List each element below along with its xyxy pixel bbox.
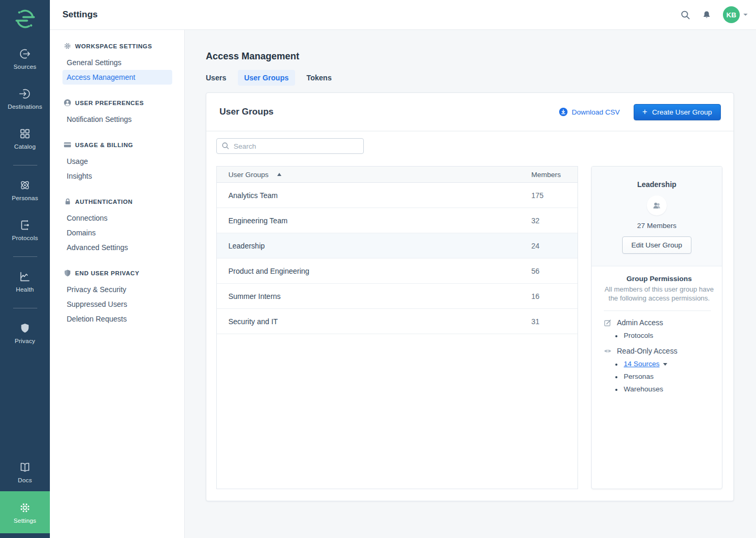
search-input[interactable]: [216, 138, 364, 154]
settings-nav-item-general-settings[interactable]: General Settings: [62, 55, 172, 70]
read-only-item-14-sources[interactable]: 14 Sources: [615, 360, 715, 368]
members-cell: 175: [531, 191, 566, 200]
settings-section-end-user-privacy: END USER PRIVACYPrivacy & SecuritySuppre…: [50, 269, 184, 326]
page-title: Access Management: [206, 51, 734, 62]
global-nav-item-sources[interactable]: Sources: [0, 47, 50, 70]
settings-nav-item-advanced-settings[interactable]: Advanced Settings: [62, 240, 172, 255]
credit-card-icon: [64, 141, 71, 149]
settings-nav-item-privacy-security[interactable]: Privacy & Security: [62, 282, 172, 297]
global-nav-item-protocols[interactable]: Protocols: [0, 218, 50, 241]
settings-nav-item-usage[interactable]: Usage: [62, 154, 172, 169]
main-content: Access Management UsersUser GroupsTokens…: [185, 30, 756, 538]
search-box: [216, 138, 364, 154]
lock-icon: [64, 198, 71, 205]
read-only-access-label: Read-Only Access: [617, 347, 677, 355]
group-name-cell: Engineering Team: [228, 216, 531, 225]
divider: [604, 311, 711, 311]
sources-expand-link[interactable]: 14 Sources: [624, 360, 659, 368]
download-icon: [559, 108, 568, 116]
avatar[interactable]: KB: [723, 6, 740, 23]
sort-asc-icon[interactable]: [277, 173, 281, 176]
table-row-product-and-engineering[interactable]: Product and Engineering56: [217, 258, 578, 284]
settings-nav-item-suppressed-users[interactable]: Suppressed Users: [62, 297, 172, 312]
admin-access-label: Admin Access: [617, 318, 663, 327]
topbar-actions: KB: [680, 6, 756, 23]
user-groups-table: User Groups Members Analytics Team175Eng…: [216, 166, 578, 489]
bell-icon[interactable]: [702, 10, 711, 20]
caret-down-icon[interactable]: [663, 363, 667, 366]
settings-nav-item-insights[interactable]: Insights: [62, 169, 172, 183]
global-nav-label: Privacy: [15, 338, 35, 344]
user-icon: [64, 99, 71, 107]
settings-nav-item-domains[interactable]: Domains: [62, 225, 172, 240]
segment-logo-icon[interactable]: [0, 0, 50, 30]
table-rows: Analytics Team175Engineering Team32Leade…: [217, 183, 578, 334]
section-heading-label: USAGE & BILLING: [75, 142, 133, 148]
members-cell: 32: [531, 216, 566, 225]
table-row-summer-interns[interactable]: Summer Interns16: [217, 284, 578, 309]
search-icon[interactable]: [680, 10, 690, 20]
admin-access-list: Protocols: [604, 332, 715, 339]
table-and-detail: User Groups Members Analytics Team175Eng…: [216, 166, 723, 489]
settings-section-workspace-settings: WORKSPACE SETTINGSGeneral SettingsAccess…: [50, 42, 184, 85]
right-column: Settings KB WORKSPACE SETTINGSGeneral Se…: [50, 0, 756, 538]
column-header-members[interactable]: Members: [531, 171, 566, 179]
card-header: User Groups Download CSV + Create User G…: [206, 93, 733, 131]
shield-icon: [64, 269, 71, 277]
members-cell: 31: [531, 317, 566, 326]
table-header: User Groups Members: [217, 167, 578, 183]
tab-bar: UsersUser GroupsTokens: [200, 70, 734, 86]
tab-users[interactable]: Users: [200, 70, 233, 86]
search-icon: [222, 142, 229, 150]
read-only-access-row: Read-Only Access: [604, 347, 715, 355]
group-name-cell: Security and IT: [228, 317, 531, 326]
global-nav-item-health[interactable]: Health: [0, 270, 50, 293]
member-count: 27 Members: [592, 222, 722, 230]
column-header-user-groups[interactable]: User Groups: [228, 171, 269, 179]
read-only-item-warehouses: Warehouses: [615, 385, 715, 393]
group-name-cell: Analytics Team: [228, 191, 531, 200]
global-nav-item-docs[interactable]: Docs: [0, 460, 50, 483]
global-nav-label: Catalog: [14, 143, 36, 150]
tab-tokens[interactable]: Tokens: [300, 70, 338, 86]
table-row-leadership[interactable]: Leadership24: [217, 233, 578, 258]
personas-icon: [18, 178, 32, 192]
settings-nav-item-deletion-requests[interactable]: Deletion Requests: [62, 312, 172, 326]
catalog-icon: [18, 127, 32, 140]
global-nav-item-catalog[interactable]: Catalog: [0, 127, 50, 150]
topbar: Settings KB: [50, 0, 756, 30]
table-row-engineering-team[interactable]: Engineering Team32: [217, 208, 578, 233]
table-row-analytics-team[interactable]: Analytics Team175: [217, 183, 578, 208]
download-csv-button[interactable]: Download CSV: [559, 108, 620, 116]
global-nav-label: Destinations: [8, 104, 43, 110]
global-nav-label: Settings: [14, 518, 36, 524]
section-heading-label: WORKSPACE SETTINGS: [75, 43, 152, 49]
global-nav-spacer: [0, 361, 50, 460]
group-avatar-icon: [647, 195, 667, 215]
settings-nav-item-access-management[interactable]: Access Management: [62, 70, 172, 85]
read-only-access-list: 14 SourcesPersonasWarehouses: [604, 360, 715, 393]
global-nav-item-privacy[interactable]: Privacy: [0, 321, 50, 344]
section-heading-label: END USER PRIVACY: [75, 270, 140, 276]
edit-square-icon: [604, 319, 612, 327]
card-title: User Groups: [219, 107, 274, 117]
settings-icon: [18, 501, 32, 514]
settings-nav-item-connections[interactable]: Connections: [62, 211, 172, 225]
tab-user-groups[interactable]: User Groups: [238, 70, 295, 86]
nav-divider: [13, 165, 37, 165]
create-user-group-button[interactable]: + Create User Group: [634, 104, 721, 120]
group-name-cell: Leadership: [228, 242, 531, 250]
admin-access-row: Admin Access: [604, 318, 715, 327]
app-root: SourcesDestinationsCatalogPersonasProtoc…: [0, 0, 756, 538]
edit-user-group-button[interactable]: Edit User Group: [622, 236, 692, 254]
user-menu[interactable]: KB: [723, 6, 748, 23]
group-name-cell: Product and Engineering: [228, 267, 531, 275]
global-nav-item-personas[interactable]: Personas: [0, 178, 50, 201]
global-nav-item-destinations[interactable]: Destinations: [0, 87, 50, 110]
settings-nav-item-notification-settings[interactable]: Notification Settings: [62, 112, 172, 127]
download-csv-label: Download CSV: [572, 108, 620, 116]
global-nav-item-settings[interactable]: Settings: [0, 491, 50, 533]
caret-down-icon: [743, 14, 748, 16]
table-row-security-and-it[interactable]: Security and IT31: [217, 309, 578, 334]
health-icon: [18, 270, 32, 283]
